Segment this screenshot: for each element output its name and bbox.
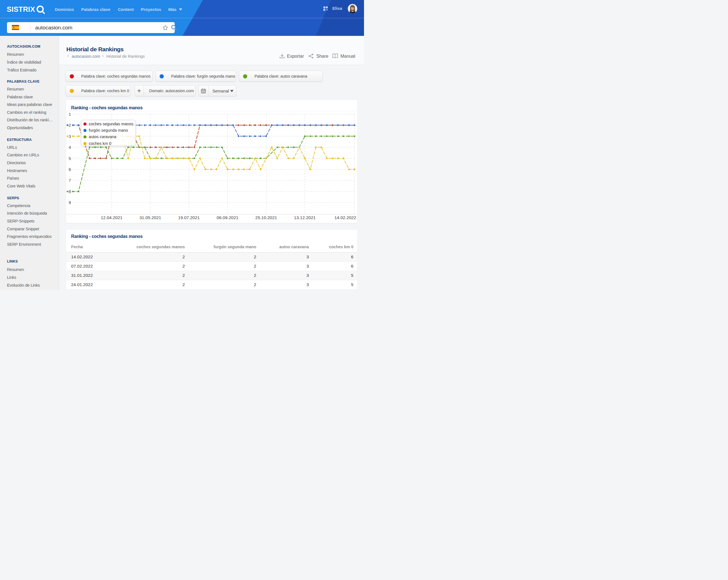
svg-text:1: 1 [69,112,71,117]
svg-text:2: 2 [69,123,71,127]
svg-text:31.05.2021: 31.05.2021 [139,215,161,220]
svg-text:25.10.2021: 25.10.2021 [255,215,277,220]
svg-text:7: 7 [69,178,71,183]
svg-text:14.02.2022: 14.02.2022 [334,215,356,220]
svg-text:06.09.2021: 06.09.2021 [217,215,239,220]
svg-text:4: 4 [69,145,71,150]
svg-text:19.07.2021: 19.07.2021 [178,215,200,220]
svg-text:6: 6 [69,167,71,172]
svg-text:13.12.2021: 13.12.2021 [294,215,316,220]
svg-text:8: 8 [69,189,71,194]
svg-text:SISTRIX: SISTRIX [7,5,35,13]
svg-text:9: 9 [69,200,71,205]
svg-text:12.04.2021: 12.04.2021 [101,215,123,220]
svg-text:3: 3 [69,134,71,139]
svg-text:5: 5 [69,156,71,161]
